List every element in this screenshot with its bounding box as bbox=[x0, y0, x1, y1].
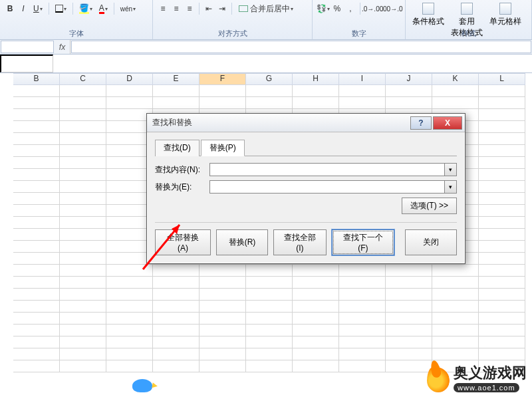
cell[interactable] bbox=[106, 289, 153, 301]
find-next-button[interactable]: 查找下一个(F) bbox=[332, 229, 394, 255]
cell[interactable] bbox=[479, 253, 525, 265]
cell[interactable] bbox=[293, 277, 339, 289]
cell[interactable] bbox=[479, 193, 525, 205]
cell[interactable] bbox=[293, 313, 339, 325]
cell[interactable] bbox=[246, 301, 293, 313]
tab-replace[interactable]: 替换(P) bbox=[201, 140, 245, 156]
cell[interactable] bbox=[200, 348, 246, 360]
cell[interactable] bbox=[13, 85, 60, 97]
cell[interactable] bbox=[246, 348, 293, 360]
options-button[interactable]: 选项(T) >> bbox=[402, 198, 457, 214]
cell[interactable] bbox=[293, 289, 339, 301]
column-header-G[interactable]: G bbox=[246, 73, 293, 85]
fill-color-button[interactable]: 🪣▾ bbox=[76, 2, 95, 15]
percent-button[interactable]: % bbox=[331, 2, 343, 15]
cell[interactable] bbox=[479, 336, 525, 348]
cell[interactable] bbox=[246, 277, 293, 289]
cell[interactable] bbox=[153, 277, 200, 289]
cell[interactable] bbox=[60, 241, 106, 253]
comma-button[interactable]: , bbox=[344, 2, 356, 15]
cell[interactable] bbox=[339, 97, 386, 109]
cell[interactable] bbox=[293, 360, 339, 372]
cell[interactable] bbox=[246, 85, 293, 97]
cell[interactable] bbox=[200, 97, 246, 109]
cell[interactable] bbox=[479, 157, 525, 169]
cell[interactable] bbox=[153, 348, 200, 360]
cell[interactable] bbox=[60, 205, 106, 217]
cell[interactable] bbox=[386, 265, 432, 277]
find-dropdown[interactable]: ▾ bbox=[445, 163, 457, 176]
cell[interactable] bbox=[339, 277, 386, 289]
cell[interactable] bbox=[386, 360, 432, 372]
indent-decrease-button[interactable]: ⇤ bbox=[203, 2, 215, 15]
cell[interactable] bbox=[13, 301, 60, 313]
cell[interactable] bbox=[13, 336, 60, 348]
cell[interactable] bbox=[200, 336, 246, 348]
cell[interactable] bbox=[106, 360, 153, 372]
cell[interactable] bbox=[246, 289, 293, 301]
cell[interactable] bbox=[293, 85, 339, 97]
cell[interactable] bbox=[60, 325, 106, 336]
cell[interactable] bbox=[153, 289, 200, 301]
border-button[interactable]: ▾ bbox=[53, 2, 69, 15]
cell[interactable] bbox=[200, 277, 246, 289]
cell[interactable] bbox=[479, 217, 525, 229]
cell[interactable] bbox=[13, 145, 60, 157]
cell[interactable] bbox=[153, 85, 200, 97]
bold-button[interactable]: B bbox=[4, 2, 16, 15]
cell[interactable] bbox=[479, 145, 525, 157]
cell[interactable] bbox=[153, 265, 200, 277]
cell[interactable] bbox=[386, 301, 432, 313]
find-input[interactable] bbox=[209, 163, 445, 176]
cell[interactable] bbox=[386, 348, 432, 360]
cell[interactable] bbox=[246, 265, 293, 277]
cell[interactable] bbox=[106, 301, 153, 313]
cell[interactable] bbox=[60, 121, 106, 133]
cell[interactable] bbox=[106, 325, 153, 336]
cell[interactable] bbox=[153, 325, 200, 336]
cell[interactable] bbox=[339, 348, 386, 360]
column-header-D[interactable]: D bbox=[106, 73, 153, 85]
column-header-E[interactable]: E bbox=[153, 73, 200, 85]
column-header-K[interactable]: K bbox=[432, 73, 479, 85]
cell[interactable] bbox=[386, 85, 432, 97]
cell[interactable] bbox=[479, 85, 525, 97]
cell[interactable] bbox=[13, 121, 60, 133]
cell[interactable] bbox=[13, 277, 60, 289]
italic-button[interactable]: I bbox=[17, 2, 29, 15]
cell[interactable] bbox=[479, 133, 525, 145]
cell[interactable] bbox=[432, 301, 479, 313]
column-header-B[interactable]: B bbox=[13, 73, 60, 85]
cell[interactable] bbox=[60, 253, 106, 265]
cell[interactable] bbox=[60, 277, 106, 289]
cell[interactable] bbox=[432, 325, 479, 336]
cell[interactable] bbox=[432, 97, 479, 109]
find-all-button[interactable]: 查找全部(I) bbox=[273, 229, 327, 255]
cell[interactable] bbox=[339, 360, 386, 372]
cell[interactable] bbox=[60, 157, 106, 169]
cell[interactable] bbox=[293, 97, 339, 109]
column-header-J[interactable]: J bbox=[386, 73, 432, 85]
cell[interactable] bbox=[60, 229, 106, 241]
cell[interactable] bbox=[293, 301, 339, 313]
cell[interactable] bbox=[106, 265, 153, 277]
cell[interactable] bbox=[106, 336, 153, 348]
cell[interactable] bbox=[60, 336, 106, 348]
cell[interactable] bbox=[60, 193, 106, 205]
cell[interactable] bbox=[246, 313, 293, 325]
cell[interactable] bbox=[13, 265, 60, 277]
cell[interactable] bbox=[479, 325, 525, 336]
align-right-button[interactable]: ≡ bbox=[184, 2, 196, 15]
cell[interactable] bbox=[60, 145, 106, 157]
cell[interactable] bbox=[339, 301, 386, 313]
cell[interactable] bbox=[153, 301, 200, 313]
column-header-H[interactable]: H bbox=[293, 73, 339, 85]
cell[interactable] bbox=[153, 336, 200, 348]
replace-input[interactable] bbox=[209, 180, 445, 194]
cell[interactable] bbox=[13, 348, 60, 360]
cell[interactable] bbox=[153, 97, 200, 109]
dialog-titlebar[interactable]: 查找和替换 ? X bbox=[147, 114, 465, 132]
align-left-button[interactable]: ≡ bbox=[157, 2, 169, 15]
cell[interactable] bbox=[432, 265, 479, 277]
cell[interactable] bbox=[60, 360, 106, 372]
